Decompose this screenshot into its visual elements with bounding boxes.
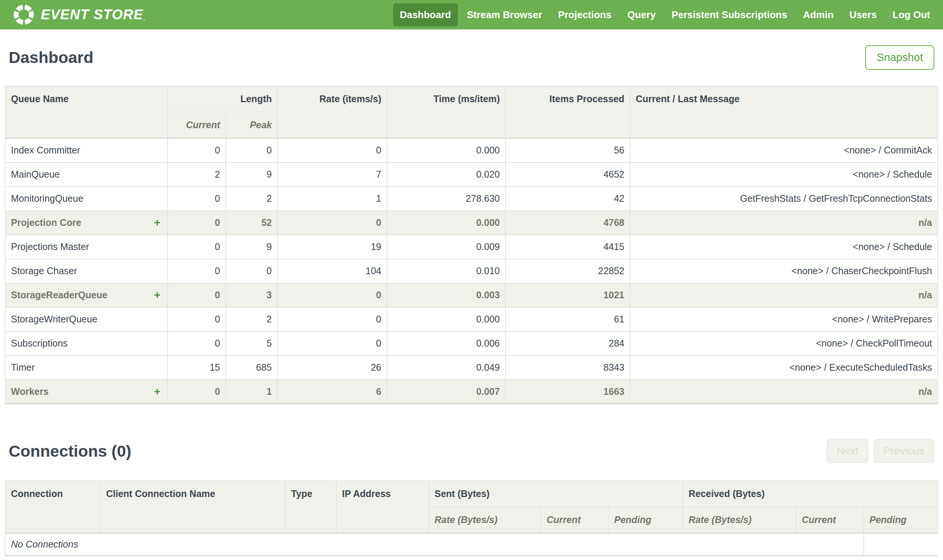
nav-item-stream-browser[interactable]: Stream Browser (460, 3, 549, 26)
nav-item-projections[interactable]: Projections (551, 3, 618, 26)
nav-item-query[interactable]: Query (620, 3, 662, 26)
queue-rate-cell: 0 (278, 211, 387, 235)
expand-queue-button[interactable]: + (154, 217, 161, 229)
queue-name: Projection Core (11, 217, 81, 228)
queue-name-header: Queue Name (5, 86, 168, 138)
sent-current-header: Current (541, 507, 608, 533)
connections-table-body: No Connections (5, 533, 938, 556)
sent-pending-header: Pending (608, 507, 683, 533)
ip-address-header: IP Address (336, 481, 429, 533)
nav-item-users[interactable]: Users (843, 3, 883, 26)
queue-name: MainQueue (11, 169, 60, 180)
queue-peak-cell: 52 (226, 211, 278, 235)
queue-items-cell: 42 (505, 187, 630, 211)
queues-table-body: Index Committer0000.00056<none> / Commit… (5, 138, 938, 404)
queue-time-cell: 0.007 (387, 380, 505, 404)
top-nav: EVENT STORE. DashboardStream BrowserProj… (0, 0, 943, 29)
connections-title: Connections (0) (9, 442, 131, 460)
time-header: Time (ms/item) (387, 86, 505, 138)
queue-name: Workers (11, 386, 49, 397)
next-button[interactable]: Next (827, 439, 868, 463)
connections-table: Connection Client Connection Name Type I… (5, 480, 938, 556)
queue-peak-cell: 0 (226, 138, 278, 163)
queue-peak-cell: 0 (226, 259, 278, 283)
queue-current-cell: 0 (168, 259, 226, 283)
queue-peak-cell: 2 (226, 187, 278, 211)
items-processed-header: Items Processed (505, 86, 630, 138)
queue-time-cell: 0.000 (387, 307, 505, 331)
queue-rate-cell: 6 (278, 380, 387, 404)
expand-queue-button[interactable]: + (154, 385, 161, 398)
queue-items-cell: 56 (505, 138, 630, 163)
queue-current-cell: 0 (168, 235, 226, 259)
queue-time-cell: 0.049 (387, 355, 505, 380)
queue-current-cell: 15 (168, 355, 226, 380)
queue-current-cell: 0 (168, 138, 226, 163)
expand-queue-button[interactable]: + (154, 289, 161, 301)
no-connections-row: No Connections (5, 533, 938, 556)
queue-items-cell: 4415 (505, 235, 630, 259)
queue-rate-cell: 1 (278, 187, 387, 211)
no-connections-message: No Connections (5, 533, 864, 556)
queue-rate-cell: 7 (278, 163, 387, 187)
queue-name-cell: Projection Core+ (5, 211, 168, 235)
received-rate-header: Rate (Bytes/s) (683, 507, 796, 533)
queue-message-cell: GetFreshStats / GetFreshTcpConnectionSta… (630, 187, 938, 211)
connections-head: Connections (0) Next Previous (9, 439, 934, 463)
queue-items-cell: 1021 (505, 283, 630, 307)
queue-rate-cell: 0 (278, 283, 387, 307)
nav-item-persistent-subscriptions[interactable]: Persistent Subscriptions (665, 3, 794, 26)
queue-row: Projection Core+05200.0004768n/a (5, 211, 938, 235)
event-store-logo-icon (13, 4, 35, 26)
queue-message-cell: n/a (630, 211, 938, 235)
page-head: Dashboard Snapshot (9, 45, 934, 70)
queue-items-cell: 284 (505, 331, 630, 355)
message-header: Current / Last Message (630, 86, 938, 138)
queue-row: Timer15685260.0498343<none> / ExecuteSch… (5, 355, 938, 380)
queue-name-cell: Timer (5, 355, 168, 380)
queue-name-cell: StorageWriterQueue (5, 307, 168, 331)
queue-items-cell: 4768 (505, 211, 630, 235)
queue-peak-cell: 3 (226, 283, 278, 307)
queue-rate-cell: 0 (278, 138, 387, 163)
queue-message-cell: n/a (630, 380, 938, 404)
queue-row: StorageWriterQueue0200.00061<none> / Wri… (5, 307, 938, 331)
length-current-header: Current (168, 112, 226, 138)
nav-item-admin[interactable]: Admin (796, 3, 840, 26)
queue-row: Projections Master09190.0094415<none> / … (5, 235, 938, 259)
length-header: Length (168, 86, 278, 112)
queue-message-cell: <none> / ChaserCheckpointFlush (630, 259, 938, 283)
nav-item-log-out[interactable]: Log Out (886, 3, 937, 26)
queue-name: Timer (11, 362, 35, 373)
queue-message-cell: <none> / WritePrepares (630, 307, 938, 331)
queue-row: Workers+0160.0071663n/a (5, 380, 938, 404)
queue-message-cell: <none> / Schedule (630, 235, 938, 259)
sent-rate-header: Rate (Bytes/s) (429, 507, 541, 533)
queue-name-cell: Subscriptions (5, 331, 168, 355)
queue-peak-cell: 5 (226, 331, 278, 355)
queue-name: Storage Chaser (11, 266, 77, 277)
queue-time-cell: 0.006 (387, 331, 505, 355)
previous-button[interactable]: Previous (874, 439, 934, 463)
queue-current-cell: 0 (168, 211, 226, 235)
brand: EVENT STORE. (13, 4, 145, 26)
sent-bytes-header: Sent (Bytes) (429, 481, 683, 507)
queue-peak-cell: 1 (226, 380, 278, 404)
queue-rate-cell: 26 (278, 355, 387, 380)
received-current-header: Current (796, 507, 864, 533)
queue-items-cell: 4652 (505, 163, 630, 187)
queue-name-cell: MonitoringQueue (5, 187, 168, 211)
queue-name: Subscriptions (11, 338, 68, 349)
queue-row: MonitoringQueue021278.63042GetFreshStats… (5, 187, 938, 211)
queues-table-header: Queue Name Length Rate (items/s) Time (m… (5, 86, 938, 138)
nav-item-dashboard[interactable]: Dashboard (393, 3, 458, 26)
queue-message-cell: <none> / ExecuteScheduledTasks (630, 355, 938, 380)
queue-time-cell: 0.000 (387, 138, 505, 163)
queue-row: MainQueue2970.0204652<none> / Schedule (5, 163, 938, 187)
snapshot-button[interactable]: Snapshot (865, 45, 934, 70)
queue-peak-cell: 2 (226, 307, 278, 331)
queue-items-cell: 22852 (505, 259, 630, 283)
queue-current-cell: 0 (168, 283, 226, 307)
received-pending-header: Pending (864, 507, 938, 533)
connections-pager: Next Previous (827, 439, 934, 463)
